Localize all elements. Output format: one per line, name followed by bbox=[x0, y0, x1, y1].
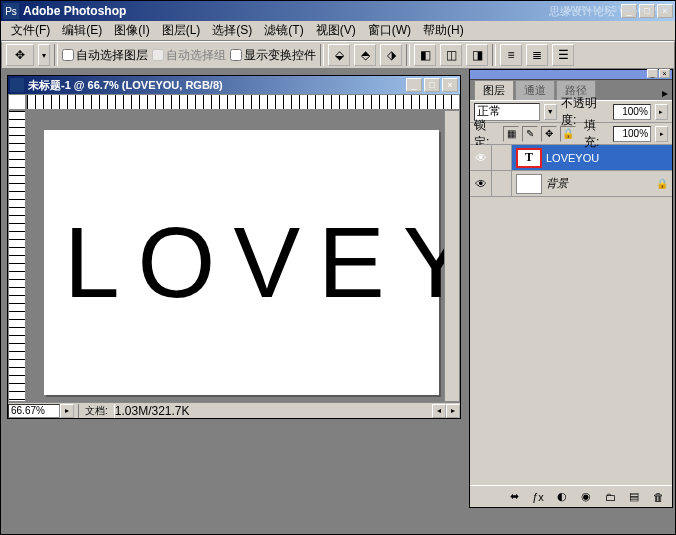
file-info-value: 1.03M/321.7K bbox=[115, 404, 190, 418]
lock-icon: 🔒 bbox=[656, 178, 672, 189]
menu-window[interactable]: 窗口(W) bbox=[362, 20, 417, 41]
menu-layer[interactable]: 图层(L) bbox=[156, 20, 207, 41]
file-info-label: 文档: bbox=[78, 404, 115, 418]
menu-file[interactable]: 文件(F) bbox=[5, 20, 56, 41]
distribute-top-icon[interactable]: ≡ bbox=[500, 44, 522, 66]
lock-pixels-icon[interactable]: ✎ bbox=[522, 126, 538, 142]
opacity-input[interactable] bbox=[613, 104, 651, 120]
align-left-icon[interactable]: ◧ bbox=[414, 44, 436, 66]
visibility-toggle[interactable]: 👁 bbox=[470, 145, 492, 170]
layer-item[interactable]: 👁 背景 🔒 bbox=[470, 171, 672, 197]
panel-close-button[interactable]: × bbox=[659, 69, 670, 78]
fill-arrow[interactable]: ▸ bbox=[655, 126, 668, 142]
document-window[interactable]: 未标题-1 @ 66.7% (LOVEYOU, RGB/8) _ □ × LOV… bbox=[7, 75, 461, 419]
scroll-right-arrow[interactable]: ▸ bbox=[446, 404, 460, 418]
layer-style-icon[interactable]: ƒx bbox=[528, 488, 548, 506]
lock-transparency-icon[interactable]: ▦ bbox=[503, 126, 519, 142]
new-group-icon[interactable]: 🗀 bbox=[600, 488, 620, 506]
menu-view[interactable]: 视图(V) bbox=[310, 20, 362, 41]
menu-select[interactable]: 选择(S) bbox=[206, 20, 258, 41]
options-bar: ✥ ▾ 自动选择图层 自动选择组 显示变换控件 ⬙ ⬘ ⬗ ◧ ◫ ◨ ≡ ≣ … bbox=[1, 41, 675, 69]
visibility-toggle[interactable]: 👁 bbox=[470, 171, 492, 196]
distribute-vcenter-icon[interactable]: ≣ bbox=[526, 44, 548, 66]
adjustment-layer-icon[interactable]: ◉ bbox=[576, 488, 596, 506]
zoom-menu-arrow[interactable]: ▸ bbox=[60, 404, 74, 418]
panel-grip[interactable]: _ × bbox=[470, 70, 672, 80]
menu-edit[interactable]: 编辑(E) bbox=[56, 20, 108, 41]
app-icon: Ps bbox=[3, 3, 19, 19]
link-column[interactable] bbox=[492, 171, 512, 196]
align-top-icon[interactable]: ⬙ bbox=[328, 44, 350, 66]
tool-preset-dropdown[interactable]: ▾ bbox=[38, 44, 50, 66]
watermark-url: WWW.MISSYUAN.COM bbox=[564, 4, 670, 14]
ruler-origin[interactable] bbox=[8, 94, 26, 110]
zoom-input[interactable] bbox=[8, 404, 60, 418]
canvas-text-content: LOVEY bbox=[44, 205, 444, 320]
menu-image[interactable]: 图像(I) bbox=[108, 20, 155, 41]
blend-mode-arrow[interactable]: ▼ bbox=[544, 104, 557, 120]
document-title: 未标题-1 @ 66.7% (LOVEYOU, RGB/8) bbox=[28, 78, 406, 93]
artboard[interactable]: LOVEY bbox=[44, 130, 439, 395]
auto-select-layer-checkbox[interactable]: 自动选择图层 bbox=[62, 47, 148, 64]
delete-layer-icon[interactable]: 🗑 bbox=[648, 488, 668, 506]
auto-select-group-checkbox: 自动选择组 bbox=[152, 47, 226, 64]
menu-filter[interactable]: 滤镜(T) bbox=[258, 20, 309, 41]
distribute-bottom-icon[interactable]: ☰ bbox=[552, 44, 574, 66]
tab-layers[interactable]: 图层 bbox=[474, 80, 514, 100]
app-title: Adobe Photoshop bbox=[23, 4, 549, 18]
tab-channels[interactable]: 通道 bbox=[515, 80, 555, 100]
menubar: 文件(F) 编辑(E) 图像(I) 图层(L) 选择(S) 滤镜(T) 视图(V… bbox=[1, 21, 675, 41]
move-tool-icon[interactable]: ✥ bbox=[6, 44, 34, 66]
menu-help[interactable]: 帮助(H) bbox=[417, 20, 470, 41]
doc-close-button[interactable]: × bbox=[442, 78, 458, 92]
scroll-left-arrow[interactable]: ◂ bbox=[432, 404, 446, 418]
ruler-horizontal[interactable] bbox=[26, 94, 460, 110]
fill-label: 填充: bbox=[584, 117, 609, 151]
scrollbar-vertical[interactable] bbox=[444, 110, 460, 402]
ruler-vertical[interactable] bbox=[8, 110, 26, 402]
lock-all-icon[interactable]: 🔒 bbox=[560, 126, 576, 142]
titlebar: Ps Adobe Photoshop 思缘设计论坛 WWW.MISSYUAN.C… bbox=[1, 1, 675, 21]
layers-panel: _ × 图层 通道 路径 ▸ 正常 ▼ 不透明度: bbox=[469, 69, 673, 508]
layer-list: 👁 T LOVEYOU 👁 背景 🔒 bbox=[470, 145, 672, 485]
status-scroll-bar: ▸ 文档: 1.03M/321.7K ◂ ▸ bbox=[8, 402, 460, 418]
layer-name[interactable]: 背景 bbox=[546, 176, 656, 191]
align-hcenter-icon[interactable]: ◫ bbox=[440, 44, 462, 66]
align-bottom-icon[interactable]: ⬗ bbox=[380, 44, 402, 66]
document-titlebar[interactable]: 未标题-1 @ 66.7% (LOVEYOU, RGB/8) _ □ × bbox=[8, 76, 460, 94]
doc-maximize-button[interactable]: □ bbox=[424, 78, 440, 92]
opacity-arrow[interactable]: ▸ bbox=[655, 104, 668, 120]
canvas-viewport[interactable]: LOVEY bbox=[26, 110, 444, 402]
layer-mask-icon[interactable]: ◐ bbox=[552, 488, 572, 506]
link-column[interactable] bbox=[492, 145, 512, 170]
show-transform-checkbox[interactable]: 显示变换控件 bbox=[230, 47, 316, 64]
align-vcenter-icon[interactable]: ⬘ bbox=[354, 44, 376, 66]
link-layers-icon[interactable]: ⬌ bbox=[504, 488, 524, 506]
document-icon bbox=[10, 78, 24, 92]
panel-menu-button[interactable]: ▸ bbox=[658, 86, 672, 100]
fill-input[interactable] bbox=[613, 126, 651, 142]
new-layer-icon[interactable]: ▤ bbox=[624, 488, 644, 506]
panel-minimize-button[interactable]: _ bbox=[647, 69, 658, 78]
layer-name[interactable]: LOVEYOU bbox=[546, 152, 672, 164]
workspace: 未标题-1 @ 66.7% (LOVEYOU, RGB/8) _ □ × LOV… bbox=[1, 69, 675, 474]
layer-item[interactable]: 👁 T LOVEYOU bbox=[470, 145, 672, 171]
doc-minimize-button[interactable]: _ bbox=[406, 78, 422, 92]
layer-thumbnail-text[interactable]: T bbox=[516, 148, 542, 168]
align-right-icon[interactable]: ◨ bbox=[466, 44, 488, 66]
lock-position-icon[interactable]: ✥ bbox=[541, 126, 557, 142]
layer-thumbnail[interactable] bbox=[516, 174, 542, 194]
